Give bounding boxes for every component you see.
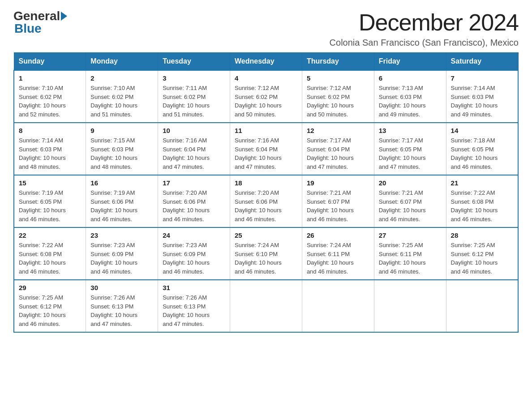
day-cell: 19Sunrise: 7:21 AMSunset: 6:07 PMDayligh… [302,175,374,227]
day-info: Sunrise: 7:23 AMSunset: 6:09 PMDaylight:… [163,241,225,276]
day-cell: 28Sunrise: 7:25 AMSunset: 6:12 PMDayligh… [446,227,518,280]
day-cell: 4Sunrise: 7:12 AMSunset: 6:02 PMDaylight… [230,70,302,123]
day-info: Sunrise: 7:25 AMSunset: 6:12 PMDaylight:… [451,241,513,276]
header-cell-wednesday: Wednesday [230,53,302,71]
week-row-2: 8Sunrise: 7:14 AMSunset: 6:03 PMDaylight… [14,123,518,175]
day-cell [230,280,302,332]
day-info: Sunrise: 7:26 AMSunset: 6:13 PMDaylight:… [163,293,225,328]
day-cell: 2Sunrise: 7:10 AMSunset: 6:02 PMDaylight… [86,70,158,123]
day-info: Sunrise: 7:22 AMSunset: 6:08 PMDaylight:… [451,188,513,223]
day-info: Sunrise: 7:12 AMSunset: 6:02 PMDaylight:… [235,84,297,119]
day-info: Sunrise: 7:10 AMSunset: 6:02 PMDaylight:… [90,84,153,119]
day-number: 17 [163,179,225,187]
day-number: 26 [307,231,369,239]
day-cell: 15Sunrise: 7:19 AMSunset: 6:05 PMDayligh… [14,175,86,227]
day-cell: 7Sunrise: 7:14 AMSunset: 6:03 PMDaylight… [446,70,518,123]
day-cell: 29Sunrise: 7:25 AMSunset: 6:12 PMDayligh… [14,280,86,332]
day-number: 29 [19,284,81,291]
day-info: Sunrise: 7:24 AMSunset: 6:11 PMDaylight:… [307,241,369,276]
day-number: 13 [379,127,442,134]
header-cell-tuesday: Tuesday [158,53,230,71]
day-number: 31 [163,284,225,291]
day-info: Sunrise: 7:11 AMSunset: 6:02 PMDaylight:… [163,84,225,119]
day-cell [446,280,518,332]
day-number: 14 [451,127,513,134]
day-cell: 13Sunrise: 7:17 AMSunset: 6:05 PMDayligh… [374,123,446,175]
week-row-4: 22Sunrise: 7:22 AMSunset: 6:08 PMDayligh… [14,227,518,280]
header-cell-monday: Monday [86,53,158,71]
day-cell: 26Sunrise: 7:24 AMSunset: 6:11 PMDayligh… [302,227,374,280]
day-number: 6 [379,74,442,82]
day-number: 11 [235,127,297,134]
day-cell [374,280,446,332]
logo-arrow-icon [61,12,67,21]
day-info: Sunrise: 7:15 AMSunset: 6:03 PMDaylight:… [90,136,153,171]
day-number: 27 [379,231,442,239]
day-number: 10 [163,127,225,134]
day-number: 4 [235,74,297,82]
day-info: Sunrise: 7:17 AMSunset: 6:05 PMDaylight:… [379,136,442,171]
day-number: 25 [235,231,297,239]
day-cell: 9Sunrise: 7:15 AMSunset: 6:03 PMDaylight… [86,123,158,175]
day-cell: 14Sunrise: 7:18 AMSunset: 6:05 PMDayligh… [446,123,518,175]
main-title: December 2024 [330,9,519,36]
day-cell: 6Sunrise: 7:13 AMSunset: 6:03 PMDaylight… [374,70,446,123]
week-row-1: 1Sunrise: 7:10 AMSunset: 6:02 PMDaylight… [14,70,518,123]
header-cell-saturday: Saturday [446,53,518,71]
week-row-5: 29Sunrise: 7:25 AMSunset: 6:12 PMDayligh… [14,280,518,332]
week-row-3: 15Sunrise: 7:19 AMSunset: 6:05 PMDayligh… [14,175,518,227]
day-cell: 30Sunrise: 7:26 AMSunset: 6:13 PMDayligh… [86,280,158,332]
day-info: Sunrise: 7:25 AMSunset: 6:11 PMDaylight:… [379,241,442,276]
day-info: Sunrise: 7:21 AMSunset: 6:07 PMDaylight:… [379,188,442,223]
day-number: 28 [451,231,513,239]
day-cell: 10Sunrise: 7:16 AMSunset: 6:04 PMDayligh… [158,123,230,175]
day-cell: 21Sunrise: 7:22 AMSunset: 6:08 PMDayligh… [446,175,518,227]
day-number: 1 [19,74,81,82]
day-cell: 23Sunrise: 7:23 AMSunset: 6:09 PMDayligh… [86,227,158,280]
day-number: 3 [163,74,225,82]
day-number: 2 [90,74,153,82]
day-cell: 12Sunrise: 7:17 AMSunset: 6:04 PMDayligh… [302,123,374,175]
logo-blue: Blue [14,21,42,35]
day-info: Sunrise: 7:25 AMSunset: 6:12 PMDaylight:… [19,293,81,328]
header-cell-friday: Friday [374,53,446,71]
header-cell-thursday: Thursday [302,53,374,71]
day-number: 16 [90,179,153,187]
day-info: Sunrise: 7:22 AMSunset: 6:08 PMDaylight:… [19,241,81,276]
day-cell: 1Sunrise: 7:10 AMSunset: 6:02 PMDaylight… [14,70,86,123]
day-info: Sunrise: 7:20 AMSunset: 6:06 PMDaylight:… [235,188,297,223]
day-cell: 31Sunrise: 7:26 AMSunset: 6:13 PMDayligh… [158,280,230,332]
header-row: SundayMondayTuesdayWednesdayThursdayFrid… [14,53,518,71]
day-number: 15 [19,179,81,187]
day-number: 20 [379,179,442,187]
day-number: 9 [90,127,153,134]
day-cell: 5Sunrise: 7:12 AMSunset: 6:02 PMDaylight… [302,70,374,123]
title-area: December 2024 Colonia San Francisco (San… [330,9,519,48]
day-cell: 17Sunrise: 7:20 AMSunset: 6:06 PMDayligh… [158,175,230,227]
day-info: Sunrise: 7:23 AMSunset: 6:09 PMDaylight:… [90,241,153,276]
day-number: 21 [451,179,513,187]
day-number: 5 [307,74,369,82]
day-cell: 11Sunrise: 7:16 AMSunset: 6:04 PMDayligh… [230,123,302,175]
day-number: 30 [90,284,153,291]
day-info: Sunrise: 7:19 AMSunset: 6:06 PMDaylight:… [90,188,153,223]
day-cell: 25Sunrise: 7:24 AMSunset: 6:10 PMDayligh… [230,227,302,280]
day-number: 18 [235,179,297,187]
header: General Blue December 2024 Colonia San F… [13,9,519,48]
calendar-body: 1Sunrise: 7:10 AMSunset: 6:02 PMDaylight… [14,70,518,332]
calendar-table: SundayMondayTuesdayWednesdayThursdayFrid… [13,52,519,333]
calendar-header: SundayMondayTuesdayWednesdayThursdayFrid… [14,53,518,71]
day-cell: 20Sunrise: 7:21 AMSunset: 6:07 PMDayligh… [374,175,446,227]
day-info: Sunrise: 7:16 AMSunset: 6:04 PMDaylight:… [163,136,225,171]
day-info: Sunrise: 7:20 AMSunset: 6:06 PMDaylight:… [163,188,225,223]
day-info: Sunrise: 7:26 AMSunset: 6:13 PMDaylight:… [90,293,153,328]
day-info: Sunrise: 7:16 AMSunset: 6:04 PMDaylight:… [235,136,297,171]
day-info: Sunrise: 7:14 AMSunset: 6:03 PMDaylight:… [451,84,513,119]
logo: General Blue [13,9,68,36]
header-cell-sunday: Sunday [14,53,86,71]
day-number: 22 [19,231,81,239]
day-number: 12 [307,127,369,134]
day-info: Sunrise: 7:13 AMSunset: 6:03 PMDaylight:… [379,84,442,119]
day-cell: 8Sunrise: 7:14 AMSunset: 6:03 PMDaylight… [14,123,86,175]
day-number: 23 [90,231,153,239]
